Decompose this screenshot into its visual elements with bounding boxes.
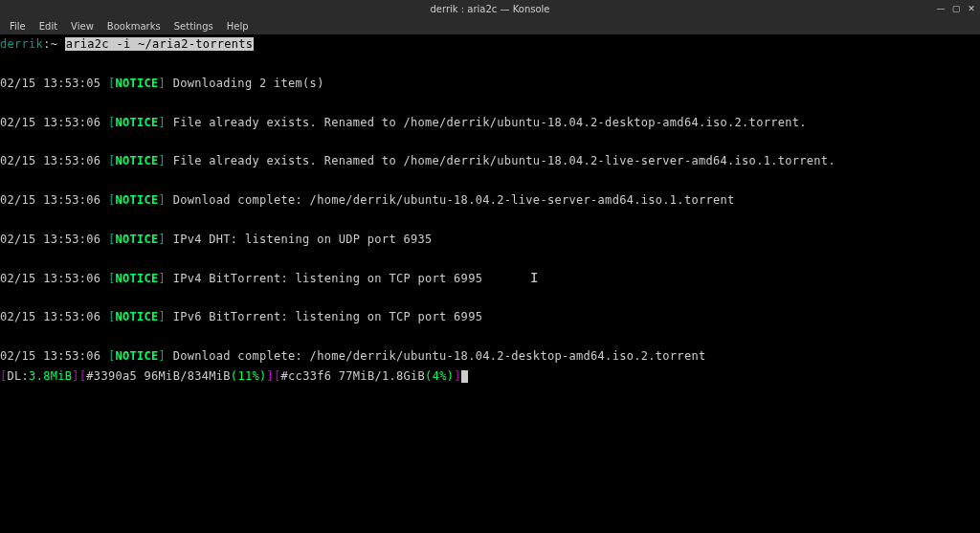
- log-line: 02/15 13:53:06 [NOTICE] File already exi…: [0, 113, 980, 132]
- torrent1-pct-close: ): [259, 369, 267, 383]
- torrent2-pct-open: (: [425, 369, 433, 383]
- bracket-close: ]: [159, 349, 167, 363]
- prompt-line: derrik:~ aria2c -i ~/aria2-torrents: [0, 37, 254, 51]
- terminal-output[interactable]: derrik:~ aria2c -i ~/aria2-torrents 02/1…: [0, 34, 980, 533]
- torrent1-pct: 11%: [237, 369, 259, 383]
- torrent2-id: #cc33f6: [281, 369, 332, 383]
- bracket-close: ]: [159, 116, 167, 129]
- close-button[interactable]: ✕: [967, 4, 976, 13]
- log-message: IPv4 BitTorrent: listening on TCP port 6…: [173, 272, 483, 285]
- window-title: derrik : aria2c — Konsole: [431, 4, 550, 14]
- progress-line: [DL:3.8MiB][#3390a5 96MiB/834MiB(11%)][#…: [0, 366, 980, 386]
- log-message: Download complete: /home/derrik/ubuntu-1…: [173, 193, 735, 207]
- log-line: 02/15 13:53:06 [NOTICE] IPv4 DHT: listen…: [0, 230, 980, 249]
- log-line: 02/15 13:53:05 [NOTICE] Downloading 2 it…: [0, 74, 980, 93]
- log-message: File already exists. Renamed to /home/de…: [173, 154, 835, 167]
- text-cursor-icon: I: [530, 270, 538, 285]
- log-tag: NOTICE: [115, 272, 158, 285]
- prompt-user: derrik: [0, 37, 43, 51]
- log-timestamp: 02/15 13:53:06: [0, 272, 100, 285]
- prompt-path: :~: [43, 37, 57, 51]
- terminal-cursor: [461, 370, 468, 383]
- bracket-close: ]: [159, 272, 167, 285]
- bracket-close: ]: [454, 369, 461, 383]
- log-message: File already exists. Renamed to /home/de…: [173, 116, 807, 129]
- log-timestamp: 02/15 13:53:06: [0, 233, 100, 246]
- log-tag: NOTICE: [115, 116, 158, 129]
- log-tag: NOTICE: [115, 349, 158, 363]
- bracket-close: ]: [159, 310, 167, 323]
- dl-label: DL:: [8, 369, 30, 383]
- torrent1-done: 96MiB: [145, 369, 181, 383]
- torrent1-total: 834MiB: [188, 369, 231, 383]
- log-message: IPv6 BitTorrent: listening on TCP port 6…: [173, 310, 483, 323]
- log-tag: NOTICE: [115, 310, 158, 323]
- log-message: IPv4 DHT: listening on UDP port 6935: [173, 233, 433, 246]
- maximize-button[interactable]: ▢: [951, 4, 961, 13]
- menu-bar: File Edit View Bookmarks Settings Help: [0, 17, 980, 34]
- bracket-close: ]: [159, 233, 167, 246]
- torrent2-done: 77MiB: [339, 369, 375, 383]
- menu-help[interactable]: Help: [221, 19, 255, 33]
- dl-speed: 3.8MiB: [29, 369, 72, 383]
- log-message: Downloading 2 item(s): [173, 77, 324, 90]
- log-tag: NOTICE: [115, 77, 158, 90]
- bracket-close: ]: [159, 77, 167, 90]
- log-timestamp: 02/15 13:53:06: [0, 310, 100, 323]
- log-timestamp: 02/15 13:53:06: [0, 349, 100, 363]
- log-line: 02/15 13:53:06 [NOTICE] IPv6 BitTorrent:…: [0, 307, 980, 326]
- bracket-open: [: [0, 369, 8, 383]
- log-line: 02/15 13:53:06 [NOTICE] Download complet…: [0, 346, 980, 366]
- prompt-command: aria2c -i ~/aria2-torrents: [65, 37, 255, 51]
- log-line: 02/15 13:53:06 [NOTICE] File already exi…: [0, 151, 980, 170]
- log-tag: NOTICE: [115, 154, 158, 167]
- log-timestamp: 02/15 13:53:05: [0, 77, 100, 90]
- window-controls: — ▢ ✕: [936, 0, 976, 17]
- log-tag: NOTICE: [115, 233, 158, 246]
- menu-settings[interactable]: Settings: [168, 19, 219, 33]
- menu-view[interactable]: View: [65, 19, 100, 33]
- log-timestamp: 02/15 13:53:06: [0, 193, 100, 207]
- window-titlebar: derrik : aria2c — Konsole — ▢ ✕: [0, 0, 980, 17]
- menu-file[interactable]: File: [4, 19, 32, 33]
- log-timestamp: 02/15 13:53:06: [0, 154, 100, 167]
- log-message: Download complete: /home/derrik/ubuntu-1…: [173, 349, 706, 363]
- torrent1-id: #3390a5: [86, 369, 137, 383]
- menu-bookmarks[interactable]: Bookmarks: [101, 19, 167, 33]
- torrent2-pct: 4%: [433, 369, 447, 383]
- log-tag: NOTICE: [115, 193, 158, 207]
- log-timestamp: 02/15 13:53:06: [0, 116, 100, 129]
- bracket-close: ]: [267, 369, 275, 383]
- torrent2-total: 1.8GiB: [382, 369, 425, 383]
- log-line: 02/15 13:53:06 [NOTICE] IPv4 BitTorrent:…: [0, 269, 980, 288]
- bracket-open: [: [274, 369, 281, 383]
- menu-edit[interactable]: Edit: [33, 19, 63, 33]
- minimize-button[interactable]: —: [936, 4, 946, 13]
- bracket-close: ]: [159, 193, 167, 207]
- bracket-close: ]: [159, 154, 167, 167]
- bracket-close: ]: [72, 369, 79, 383]
- log-line: 02/15 13:53:06 [NOTICE] Download complet…: [0, 190, 980, 210]
